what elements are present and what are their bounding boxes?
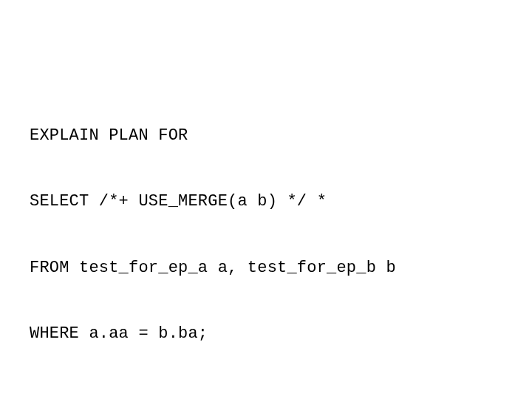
sql-line-1: EXPLAIN PLAN FOR [30, 125, 502, 147]
slide: EXPLAIN PLAN FOR SELECT /*+ USE_MERGE(a … [0, 0, 532, 399]
sql-line-3: FROM test_for_ep_a a, test_for_ep_b b [30, 257, 502, 279]
sql-line-2: SELECT /*+ USE_MERGE(a b) */ * [30, 191, 502, 213]
sql-code-block: EXPLAIN PLAN FOR SELECT /*+ USE_MERGE(a … [30, 81, 502, 389]
sql-line-4: WHERE a.aa = b.ba; [30, 323, 502, 345]
